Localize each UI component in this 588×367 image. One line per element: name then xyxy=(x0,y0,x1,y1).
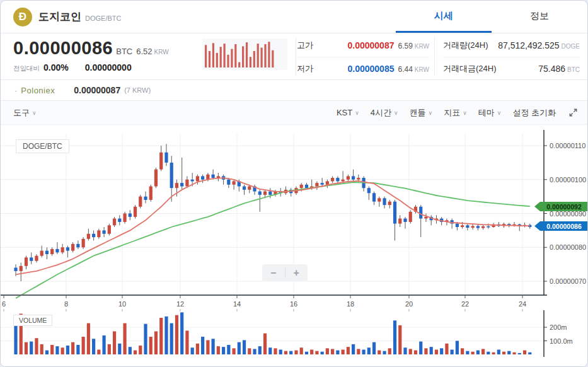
timezone-menu[interactable]: KST ∨ xyxy=(337,108,359,117)
volume-bar xyxy=(212,339,215,354)
candle-body xyxy=(481,226,485,228)
price-summary: 0.00000086 BTC 6.52 KRW 전일대비 0.00% 0.000… xyxy=(1,33,587,80)
spark-bar xyxy=(224,44,226,67)
volume-bar xyxy=(248,348,251,354)
price-axis-label: 0.00000100 xyxy=(550,176,586,184)
volume-bar xyxy=(175,315,178,354)
volume-bar xyxy=(502,352,505,354)
candle-body xyxy=(180,183,183,186)
zoom-out-button[interactable]: − xyxy=(262,264,285,281)
volume-bar xyxy=(419,342,422,354)
volume-bar xyxy=(305,352,308,354)
candle-body xyxy=(393,202,396,224)
candle-body xyxy=(129,214,132,217)
indicator-menu[interactable]: 지표 ∨ xyxy=(444,107,467,119)
volume-bar xyxy=(180,312,183,354)
volume-unit: DOGE xyxy=(562,43,580,50)
interval-menu[interactable]: 4시간 ∨ xyxy=(371,107,398,119)
sparkline-svg xyxy=(202,38,287,70)
volume-bar xyxy=(191,347,194,354)
candle-body xyxy=(424,217,427,219)
volume-bar xyxy=(102,335,105,354)
volume-bar xyxy=(518,353,521,354)
low-row: 저가 0.00000085 6.44 KRW xyxy=(297,57,429,80)
tab-price[interactable]: 시세 xyxy=(396,1,492,33)
candle-body xyxy=(367,188,371,193)
current-price-row: 0.00000086 BTC 6.52 KRW xyxy=(13,38,169,59)
candle-body xyxy=(300,185,303,188)
volume-bar xyxy=(388,348,391,354)
volume-bar xyxy=(129,347,132,354)
tools-menu[interactable]: 도구 ∨ xyxy=(13,107,37,119)
trade-value: 75.486 xyxy=(538,64,565,74)
candle-body xyxy=(134,207,137,217)
high-row: 고가 0.00000087 6.59 KRW xyxy=(297,33,429,57)
volume-bar xyxy=(466,351,469,354)
spark-bar xyxy=(250,57,251,67)
candle-body xyxy=(419,207,422,219)
x-axis-label: 16 xyxy=(290,300,297,308)
candle-body xyxy=(263,192,267,195)
main-chart-area[interactable]: 0.000001100.000001000.000000900.00000080… xyxy=(1,125,587,367)
candle-body xyxy=(409,212,412,222)
volume-axis-label: 100.0m xyxy=(550,337,573,345)
stats-col-price: 고가 0.00000087 6.59 KRW 저가 0.00000085 6.4… xyxy=(297,33,429,79)
candle-body xyxy=(92,234,95,237)
candle-body xyxy=(175,183,178,188)
volume-bar xyxy=(243,340,246,354)
reset-settings-button[interactable]: 설정 초기화 xyxy=(512,107,556,119)
candle-body xyxy=(71,244,74,251)
volume-bar xyxy=(92,339,95,354)
fullscreen-expand-icon[interactable] xyxy=(567,107,579,119)
high-krw-unit: KRW xyxy=(415,43,429,50)
volume-bar xyxy=(206,340,209,354)
zoom-in-button[interactable]: + xyxy=(285,264,308,281)
coin-title: 도지코인 xyxy=(38,9,81,24)
volume-bar xyxy=(347,347,350,354)
candle-body xyxy=(55,249,59,252)
volume-bar xyxy=(357,349,360,354)
header: Đ 도지코인 DOGE/BTC 시세 정보 xyxy=(1,1,587,33)
ma-price-tag: 0.00000092 xyxy=(534,202,588,211)
candle-body xyxy=(466,225,469,228)
tab-info[interactable]: 정보 xyxy=(492,1,587,33)
candle-body xyxy=(170,163,173,188)
spark-bar xyxy=(268,42,270,67)
volume-bar xyxy=(528,352,531,354)
volume-bar xyxy=(507,351,510,354)
spark-bar xyxy=(272,50,274,67)
candle-body xyxy=(159,153,163,170)
high-value: 0.00000087 xyxy=(348,40,395,50)
candle-body xyxy=(201,176,204,179)
volume-bar xyxy=(274,348,277,354)
mini-sparkline-chart xyxy=(202,38,287,70)
volume-bar xyxy=(331,349,334,354)
volume-bar xyxy=(492,352,495,354)
spark-bar xyxy=(242,46,244,67)
candle-body xyxy=(14,268,17,271)
volume-bar xyxy=(97,349,100,354)
chart-symbol-label: DOGE/BTC xyxy=(16,139,69,153)
exchange-name: Poloniex xyxy=(21,86,55,95)
bullet-icon: · xyxy=(14,86,17,95)
candle-type-menu[interactable]: 캔들 ∨ xyxy=(410,107,433,119)
volume-bar xyxy=(35,338,38,354)
change-absolute: 0.00000000 xyxy=(85,62,132,73)
volume-bar xyxy=(336,351,339,354)
volume-bar xyxy=(409,349,412,354)
volume-bar xyxy=(279,349,282,354)
spark-bar xyxy=(205,45,207,67)
theme-label: 테마 xyxy=(478,107,495,119)
spark-bar xyxy=(264,44,266,67)
volume-bar xyxy=(139,346,142,354)
candle-body xyxy=(352,176,355,179)
candle-body xyxy=(378,198,381,201)
volume-bar xyxy=(113,331,116,354)
spark-bar xyxy=(209,51,210,67)
current-price: 0.00000086 xyxy=(13,38,113,59)
volume-bar xyxy=(222,347,225,354)
theme-menu[interactable]: 테마 ∨ xyxy=(478,107,502,119)
volume-bar xyxy=(108,344,111,354)
volume-bar xyxy=(238,342,241,354)
candlestick-chart-svg[interactable]: 0.000001100.000001000.000000900.00000080… xyxy=(1,125,588,367)
